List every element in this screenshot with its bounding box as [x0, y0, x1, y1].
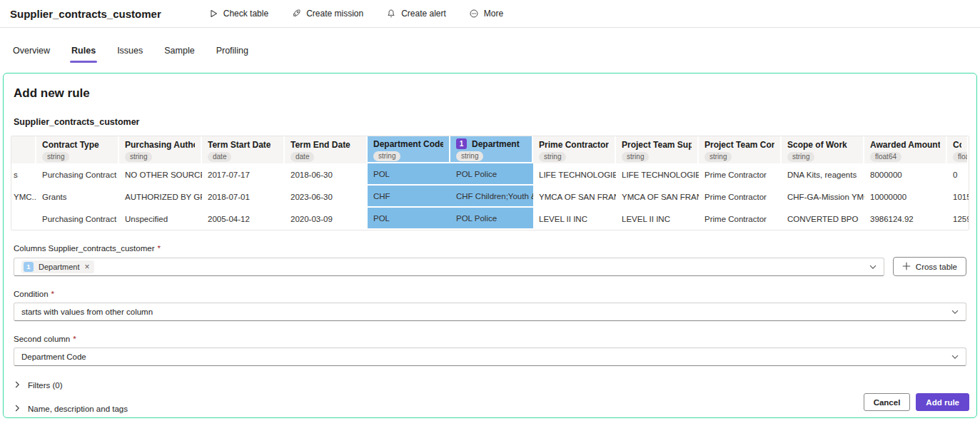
table-cell: 8000000: [864, 163, 947, 186]
table-cell: CHF: [368, 186, 450, 208]
column-header-purchasing-authority[interactable]: Purchasing Authoritystring: [119, 136, 202, 163]
table-cell: Prime Contractor: [699, 208, 782, 230]
panel-title: Add new rule: [14, 86, 966, 101]
table-cell: 125920: [947, 208, 969, 230]
column-header-department[interactable]: 1Departmentstring: [450, 136, 533, 163]
table-cell: 0: [947, 163, 969, 186]
chevron-right-icon: [15, 405, 20, 413]
column-header-prime-contractor[interactable]: Prime Contractorstring: [533, 136, 616, 163]
page-header: Supplier_contracts_customer Check table …: [0, 0, 980, 28]
column-header-scope-of-work[interactable]: Scope of Workstring: [782, 136, 864, 163]
table-cell: 2005-04-12: [202, 208, 285, 230]
tab-bar: Overview Rules Issues Sample Profiling: [0, 28, 980, 63]
column-type-badge: string: [456, 151, 483, 161]
condition-select[interactable]: starts with values from other column: [14, 303, 966, 321]
table-cell: POL Police: [450, 163, 533, 186]
columns-field-label: Columns Supplier_contracts_customer*: [14, 244, 966, 253]
table-cell: LEVEL II INC: [616, 208, 699, 230]
table-cell: Unspecified: [119, 208, 202, 230]
column-header-blank[interactable]: [11, 136, 36, 163]
table-cell: 2023-06-30: [285, 186, 368, 208]
column-header-awarded-amount[interactable]: Awarded Amountfloat64: [864, 136, 947, 163]
table-cell: Prime Contractor: [699, 163, 782, 186]
required-asterisk: *: [73, 335, 76, 343]
bell-icon: [386, 9, 396, 19]
column-type-badge: string: [787, 152, 814, 162]
table-cell: 2017-07-17: [202, 163, 285, 186]
table-cell: POL: [368, 163, 450, 186]
column-type-badge: date: [291, 152, 314, 162]
cancel-button[interactable]: Cancel: [864, 393, 911, 411]
table-cell: LIFE TECHNOLOGIES C...: [616, 163, 699, 186]
check-table-button[interactable]: Check table: [208, 9, 268, 19]
create-mission-button[interactable]: Create mission: [291, 9, 363, 19]
table-cell: Purchasing Contract: [36, 208, 119, 230]
required-asterisk: *: [158, 244, 161, 253]
column-type-badge: string: [704, 152, 732, 162]
chevron-down-icon: [869, 263, 877, 271]
table-cell: YMC...: [11, 186, 36, 208]
table-cell: CONVERTED BPO: [782, 208, 864, 230]
page-title: Supplier_contracts_customer: [10, 8, 161, 20]
column-header-term-end-date[interactable]: Term End Datedate: [285, 136, 368, 163]
cross-table-button[interactable]: Cross table: [893, 257, 966, 276]
table-cell: LEVEL II INC: [533, 208, 616, 230]
condition-field-label: Condition*: [14, 290, 966, 298]
column-type-badge: float64: [953, 152, 969, 162]
close-icon[interactable]: ×: [84, 263, 89, 271]
table-cell: 2018-06-30: [285, 163, 368, 186]
table-cell: LIFE TECHNOLOGIES C...: [533, 163, 616, 186]
chip-order-badge: 1: [24, 262, 34, 272]
table-cell: 101500: [947, 186, 969, 208]
column-header-contract-type[interactable]: Contract Typestring: [36, 136, 119, 163]
column-header-term-start-date[interactable]: Term Start Datedate: [202, 136, 285, 163]
column-header-project-team-supplier[interactable]: Project Team Supplierstring: [616, 136, 699, 163]
tab-rules[interactable]: Rules: [70, 46, 97, 63]
table-row: YMC...GrantsAUTHORIZED BY GRA...2018-07-…: [11, 186, 969, 208]
table-cell: YMCA OF SAN FRANC...: [616, 186, 699, 208]
table-cell: s: [11, 163, 36, 186]
table-cell: NO OTHER SOURCE: [119, 163, 202, 186]
column-type-badge: string: [125, 152, 152, 162]
panel-footer: Cancel Add rule: [864, 393, 969, 411]
second-column-select[interactable]: Department Code: [14, 348, 966, 366]
table-cell: 3986124.92: [864, 208, 947, 230]
table-cell: 10000000: [864, 186, 947, 208]
table-cell: POL: [368, 208, 450, 230]
column-header-consu[interactable]: Consufloat64: [947, 136, 969, 163]
column-type-badge: string: [622, 152, 649, 162]
more-button[interactable]: More: [469, 9, 503, 19]
chip-label: Department: [39, 263, 79, 271]
column-type-badge: string: [539, 152, 566, 162]
plus-icon: [902, 262, 911, 272]
table-cell: CHF Children;Youth & ...: [450, 186, 533, 208]
column-header-project-team-constit[interactable]: Project Team Constit...string: [699, 136, 782, 163]
tab-overview[interactable]: Overview: [11, 46, 51, 63]
table-cell: 2020-03-09: [285, 208, 368, 230]
column-type-badge: float64: [870, 152, 901, 162]
more-circle-icon: [469, 9, 479, 19]
table-cell: [11, 208, 36, 230]
name-description-tags-toggle[interactable]: Name, description and tags: [15, 405, 966, 413]
filters-toggle[interactable]: Filters (0): [15, 381, 966, 390]
selected-column-chip[interactable]: 1 Department ×: [21, 260, 94, 273]
tab-sample[interactable]: Sample: [163, 46, 196, 63]
table-cell: 2018-07-01: [202, 186, 285, 208]
column-order-badge: 1: [456, 138, 467, 149]
column-type-badge: date: [208, 152, 231, 162]
table-cell: AUTHORIZED BY GRA...: [119, 186, 202, 208]
required-asterisk: *: [51, 290, 54, 298]
columns-select[interactable]: 1 Department ×: [14, 258, 884, 276]
add-rule-button[interactable]: Add rule: [916, 393, 969, 411]
column-header-department-code[interactable]: Department Codestring: [368, 136, 450, 163]
preview-table: Contract TypestringPurchasing Authoritys…: [11, 136, 969, 230]
table-cell: Purchasing Contract: [36, 163, 119, 186]
add-rule-panel: Add new rule Supplier_contracts_customer…: [3, 73, 977, 418]
create-alert-button[interactable]: Create alert: [386, 9, 446, 19]
second-column-field-label: Second column*: [14, 335, 966, 343]
tab-issues[interactable]: Issues: [116, 46, 144, 63]
preview-table-title: Supplier_contracts_customer: [14, 117, 966, 127]
table-row: sPurchasing ContractNO OTHER SOURCE2017-…: [11, 163, 969, 186]
table-cell: Grants: [36, 186, 119, 208]
tab-profiling[interactable]: Profiling: [215, 46, 250, 63]
